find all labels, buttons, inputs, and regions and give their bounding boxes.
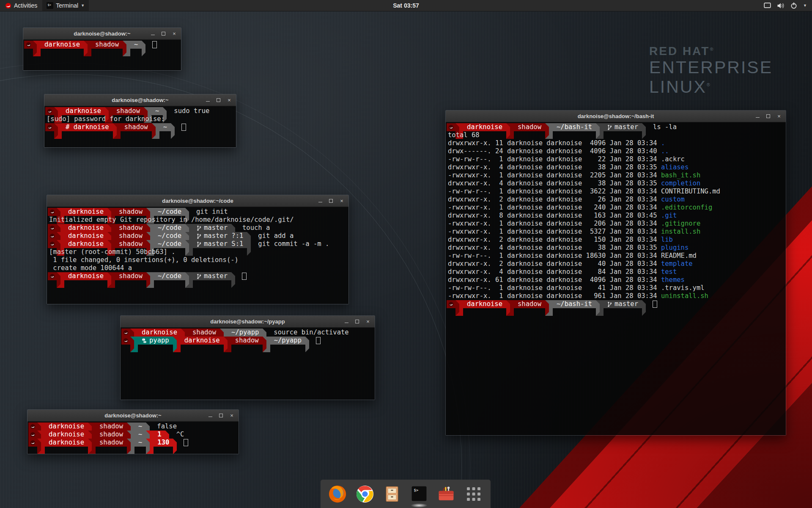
powerline-separator-icon	[57, 272, 64, 288]
system-menu-chevron-icon[interactable]: ▼	[803, 3, 807, 8]
terminal-body[interactable]: darknoiseshadow~/bash-itmasterls -latota…	[446, 122, 786, 435]
window-titlebar[interactable]: darknoise@shadow:~/pyapp×	[121, 316, 375, 328]
terminal-window-bash-it[interactable]: darknoise@shadow:~/bash-it×darknoiseshad…	[445, 110, 786, 436]
prompt-segment-host: shadow	[115, 240, 146, 248]
prompt-segment-user: darknoise	[41, 41, 84, 49]
close-button[interactable]: ×	[339, 199, 344, 203]
powerline-separator-icon	[146, 439, 154, 454]
os-segment	[48, 240, 57, 248]
prompt-segment-host: shadow	[115, 272, 146, 280]
dock-item-files[interactable]	[382, 484, 402, 504]
minimize-button[interactable]	[151, 31, 155, 36]
output-line: Initialized empty Git repository in /hom…	[48, 216, 348, 224]
window-title: darknoise@shadow:~/bash-it	[446, 113, 786, 119]
powerline-separator-icon	[596, 300, 604, 316]
minimize-button[interactable]	[208, 413, 213, 418]
prompt-segment-path: ~/pyapp	[270, 337, 305, 345]
volume-icon[interactable]	[777, 3, 785, 9]
minimize-button[interactable]	[206, 98, 210, 102]
prompt-segment-user: darknoise	[64, 240, 107, 248]
close-button[interactable]: ×	[229, 413, 234, 418]
window-titlebar[interactable]: darknoise@shadow:~×	[44, 94, 236, 106]
prompt-segment-user: darknoise	[45, 439, 88, 447]
window-titlebar[interactable]: darknoise@shadow:~×	[23, 28, 181, 40]
powerline-separator-icon	[88, 439, 96, 454]
close-button[interactable]: ×	[172, 31, 177, 36]
redhat-os-icon	[49, 209, 55, 215]
prompt-segment-host: shadow	[231, 337, 263, 345]
prompt-segment-host: shadow	[91, 41, 123, 49]
terminal-body[interactable]: darknoiseshadow~	[23, 40, 181, 70]
powerline-separator-icon	[33, 41, 41, 56]
power-icon[interactable]	[790, 2, 797, 9]
os-segment	[28, 431, 37, 439]
prompt-segment-path: ~	[134, 431, 146, 439]
minimize-button[interactable]	[755, 114, 760, 119]
redhat-os-icon	[49, 225, 55, 231]
ls-row: drwxrwxr-x. 4 darknoise darknoise 38 Jan…	[447, 244, 786, 252]
ls-row: drwxrwxr-x. 11 darknoise darknoise 4096 …	[447, 139, 786, 147]
terminal-window-exit-codes[interactable]: darknoise@shadow:~×darknoiseshadow~false…	[27, 409, 239, 454]
prompt-segment-git: master S:1	[193, 240, 247, 248]
rhel-logo-brand: RED HAT®	[649, 44, 773, 58]
command-text: ls -la	[650, 123, 677, 131]
minimize-button[interactable]	[318, 199, 323, 203]
terminal-body[interactable]: darknoiseshadow~sudo true[sudo] password…	[44, 106, 236, 147]
ls-row: drwxrwxr-x. 2 darknoise darknoise 40 Jan…	[447, 260, 786, 268]
powerline-separator-icon	[642, 123, 650, 139]
window-title: darknoise@shadow:~/code	[47, 198, 348, 204]
git-branch-icon	[197, 233, 201, 239]
terminal-body[interactable]: darknoiseshadow~/pyappsource bin/activat…	[121, 328, 375, 400]
dock-item-chrome[interactable]	[355, 484, 375, 504]
terminal-window-home-small[interactable]: darknoise@shadow:~×darknoiseshadow~	[23, 28, 181, 71]
activities-button[interactable]: Activities	[0, 0, 42, 11]
close-button[interactable]: ×	[227, 98, 232, 102]
terminal-window-sudo[interactable]: darknoise@shadow:~×darknoiseshadow~sudo …	[44, 94, 236, 148]
powerline-separator-icon	[224, 337, 231, 352]
terminal-body[interactable]: darknoiseshadow~falsedarknoiseshadow~1^C…	[27, 422, 239, 454]
os-segment	[28, 439, 37, 447]
prompt-line: darknoiseshadow~/bash-itmaster	[447, 300, 786, 308]
window-titlebar[interactable]: darknoise@shadow:~×	[27, 410, 239, 422]
maximize-button[interactable]	[766, 114, 771, 119]
powerline-separator-icon	[185, 240, 193, 256]
prompt-line: darknoiseshadow~	[24, 41, 181, 49]
maximize-button[interactable]	[355, 319, 359, 324]
maximize-button[interactable]	[216, 98, 221, 102]
prompt-line: pyappdarknoiseshadow~/pyapp	[121, 337, 375, 345]
activities-label: Activities	[14, 2, 37, 9]
terminal-window-code[interactable]: darknoise@shadow:~/code×darknoiseshadow~…	[47, 195, 349, 304]
maximize-button[interactable]	[219, 413, 223, 418]
minimize-button[interactable]	[344, 319, 349, 324]
prompt-line: darknoiseshadow~sudo true	[45, 107, 236, 115]
app-grid-icon	[465, 486, 482, 502]
maximize-button[interactable]	[161, 31, 166, 36]
powerline-separator-icon	[596, 123, 604, 139]
clock[interactable]: Sat 03:57	[0, 2, 812, 9]
rhel-logo: RED HAT® ENTERPRISE LINUX®	[649, 44, 773, 97]
os-segment	[45, 107, 54, 115]
dock-item-firefox[interactable]	[327, 484, 348, 504]
ls-row: -rwxrwxr-x. 1 darknoise darknoise 2205 J…	[447, 171, 786, 179]
file-name: CONTRIBUTING.md	[661, 188, 720, 195]
terminal-window-pyapp[interactable]: darknoise@shadow:~/pyapp×darknoiseshadow…	[120, 315, 375, 400]
ls-row: drwx------. 24 darknoise darknoise 4096 …	[447, 147, 786, 155]
redhat-os-icon	[30, 440, 36, 445]
terminal-app-icon: $>	[47, 2, 53, 9]
maximize-button[interactable]	[329, 199, 333, 203]
window-buttons: ×	[208, 413, 239, 418]
display-icon[interactable]	[764, 3, 771, 9]
window-titlebar[interactable]: darknoise@shadow:~/bash-it×	[446, 110, 786, 122]
prompt-segment-user: darknoise	[181, 337, 224, 345]
redhat-os-icon	[49, 233, 55, 239]
window-titlebar[interactable]: darknoise@shadow:~/code×	[47, 195, 348, 207]
close-button[interactable]: ×	[776, 114, 782, 119]
close-button[interactable]: ×	[365, 319, 370, 324]
dock-item-terminal[interactable]: $>	[409, 484, 429, 504]
top-bar: Activities $> Terminal ▼ Sat 03:57 ▼	[0, 0, 812, 11]
terminal-body[interactable]: darknoiseshadow~/codegit initInitialized…	[47, 207, 348, 304]
dock-item-app-grid[interactable]	[464, 484, 484, 504]
dock-item-toolbox[interactable]	[436, 484, 456, 504]
prompt-segment-git: master	[193, 224, 231, 232]
app-menu-terminal[interactable]: $> Terminal ▼	[42, 0, 89, 11]
